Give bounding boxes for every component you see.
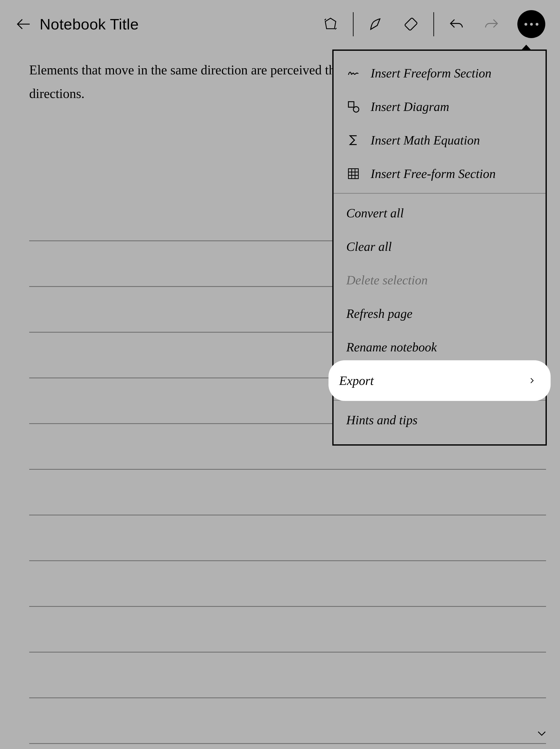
shape-tool-button[interactable]	[315, 9, 346, 39]
menu-rename-notebook[interactable]: Rename notebook	[333, 330, 545, 364]
menu-item-label: Rename notebook	[346, 340, 437, 355]
more-icon	[524, 23, 538, 26]
shapes-icon	[346, 100, 361, 114]
menu-item-label: Insert Freeform Section	[371, 66, 492, 81]
menu-insert-freeform[interactable]: Insert Freeform Section	[333, 56, 545, 90]
page-title: Notebook Title	[40, 16, 139, 33]
scribble-icon	[346, 66, 361, 80]
sigma-icon	[346, 133, 361, 147]
toolbar-divider	[433, 12, 434, 36]
menu-item-label: Clear all	[346, 239, 392, 254]
menu-delete-selection: Delete selection	[333, 263, 545, 297]
menu-clear-all[interactable]: Clear all	[333, 230, 545, 263]
menu-separator	[333, 193, 545, 194]
menu-insert-diagram[interactable]: Insert Diagram	[333, 90, 545, 123]
menu-insert-freeform-section[interactable]: Insert Free-form Section	[333, 157, 545, 190]
pen-tool-button[interactable]	[361, 9, 391, 39]
menu-item-label: Insert Free-form Section	[371, 166, 496, 181]
svg-rect-2	[404, 18, 417, 30]
eraser-tool-button[interactable]	[396, 9, 426, 39]
redo-icon	[483, 16, 499, 32]
toolbar: Notebook Title	[0, 0, 560, 48]
back-button[interactable]	[15, 15, 33, 33]
redo-button[interactable]	[476, 9, 507, 39]
scroll-down-button[interactable]	[534, 726, 550, 741]
eraser-icon	[403, 16, 419, 32]
polygon-icon	[323, 16, 338, 32]
pen-icon	[368, 16, 384, 32]
menu-item-label: Insert Math Equation	[371, 133, 480, 148]
chevron-right-icon	[528, 377, 536, 385]
arrow-left-icon	[16, 16, 32, 32]
menu-item-label: Refresh page	[346, 306, 412, 321]
menu-export-highlighted[interactable]: Export	[328, 360, 551, 401]
toolbar-right	[315, 9, 545, 39]
svg-marker-1	[325, 18, 336, 29]
menu-pointer	[521, 45, 532, 51]
menu-insert-math[interactable]: Insert Math Equation	[333, 123, 545, 157]
menu-hints-tips[interactable]: Hints and tips	[333, 403, 545, 437]
svg-rect-3	[348, 102, 354, 107]
undo-button[interactable]	[441, 9, 472, 39]
menu-item-label: Convert all	[346, 206, 404, 220]
more-button[interactable]	[517, 10, 545, 38]
toolbar-divider	[353, 12, 353, 36]
svg-point-4	[353, 107, 359, 112]
menu-item-label: Delete selection	[346, 273, 428, 287]
chevron-down-icon	[536, 727, 548, 740]
menu-item-label: Export	[339, 373, 374, 388]
undo-icon	[449, 16, 464, 32]
menu-item-label: Hints and tips	[346, 412, 417, 427]
svg-rect-5	[348, 169, 359, 179]
menu-convert-all[interactable]: Convert all	[333, 196, 545, 230]
grid-icon	[346, 167, 361, 181]
menu-refresh-page[interactable]: Refresh page	[333, 297, 545, 330]
menu-item-label: Insert Diagram	[371, 99, 449, 114]
